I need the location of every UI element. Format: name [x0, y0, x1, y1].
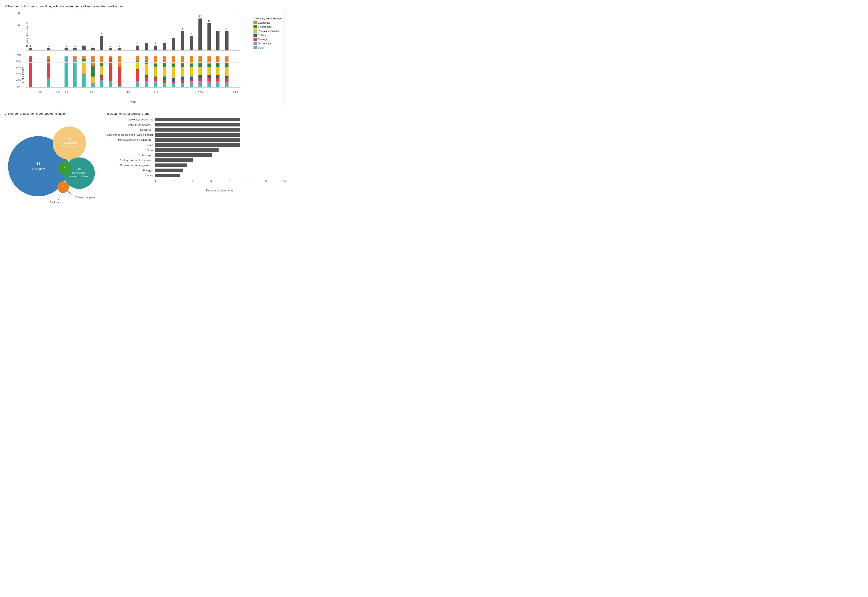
- chart-c-row-label: Geology and earth sciences j.: [106, 159, 155, 162]
- stack-segment-politics: [208, 75, 211, 78]
- x-tick-container: [106, 89, 115, 94]
- c-tick-10: 10: [246, 180, 249, 183]
- stack-segment-politics: [216, 75, 220, 78]
- legend-swatch: [254, 42, 257, 45]
- top-bar-group: 6: [97, 13, 106, 50]
- stack-segment-other: [100, 81, 103, 88]
- bar-count-label: 2: [83, 42, 85, 45]
- y-tick-15: 15: [18, 12, 20, 14]
- stacked-bar-group: [142, 56, 151, 88]
- stack-segment-environment: [181, 63, 184, 67]
- top-bar-group: 5: [169, 13, 178, 50]
- bar-count-label: 1: [74, 45, 76, 47]
- stack-segment-technology: [190, 81, 193, 84]
- top-bar: 1: [47, 48, 50, 50]
- top-bar: 5: [172, 38, 175, 50]
- x-tick-label: 1990: [54, 91, 59, 94]
- dict-label-line: [58, 192, 62, 201]
- stack-segment-other: [163, 85, 166, 88]
- chart-c-row: Report: [106, 143, 284, 147]
- top-bar-group: 2: [151, 13, 160, 50]
- legend-swatch: [254, 30, 257, 33]
- stack-segment-politics: [163, 77, 166, 80]
- top-bar-group: [35, 13, 44, 50]
- stacked-bar-group: [106, 56, 115, 88]
- bar-count-label: 5: [173, 35, 174, 37]
- chart-c-row: Book: [106, 148, 284, 152]
- legend-item: Strategic: [254, 38, 283, 41]
- stack-segment-physical: [225, 67, 229, 76]
- top-bar: 2: [82, 46, 86, 50]
- chart-c-row-label: Technology j.: [106, 154, 155, 156]
- top-bar-group: [231, 13, 240, 50]
- top-bar-group: 3: [160, 13, 169, 50]
- stack-segment-other: [73, 59, 77, 88]
- chart-c-title: c) Documents per journal (group): [106, 112, 284, 115]
- top-bar-group: 1: [62, 13, 71, 50]
- bar-count-label: 8: [217, 28, 219, 30]
- y-tick-10: 10: [18, 24, 20, 26]
- top-bar: 3: [145, 43, 148, 50]
- top-bar-group: [124, 13, 133, 50]
- legend-swatch: [254, 38, 257, 41]
- x-tick-container: [26, 89, 35, 94]
- bar-count-label: 1: [92, 45, 94, 47]
- top-bar: 2: [154, 46, 157, 50]
- chart-c-bar: [155, 153, 212, 157]
- stack-segment-strategic: [225, 78, 229, 82]
- stack-segment-strategic: [208, 78, 211, 81]
- top-bar-group: 2: [133, 13, 142, 50]
- chart-c-bar: [155, 128, 239, 132]
- top-bar: 6: [190, 36, 193, 50]
- stack-segment-physical: [136, 63, 139, 69]
- stack-segment-strategic: [109, 58, 112, 82]
- chart-c-row-label: Energy j.: [106, 169, 155, 172]
- legend-swatch: [254, 34, 257, 37]
- stack-segment-other: [91, 85, 95, 88]
- stack-segment-economics: [136, 56, 139, 61]
- stacked-bar-group: [35, 56, 44, 88]
- top-bar-group: 11: [205, 13, 214, 50]
- chart-c-bar: [155, 143, 239, 147]
- x-tick-container: [97, 89, 106, 94]
- stacked-bar-group: [80, 56, 89, 88]
- chart-c-bar: [155, 158, 193, 162]
- bubble-ind-label2: research institute: [69, 175, 89, 178]
- stacked-bar-group: [124, 56, 133, 88]
- stacked-bar-group: [231, 56, 240, 88]
- stack-segment-strategic: [29, 56, 32, 88]
- legend-label: Strategic: [258, 38, 268, 41]
- chart-c-row: Geology and earth sciences j.: [106, 158, 284, 162]
- x-tick-container: [70, 89, 79, 94]
- stack-segment-politics: [190, 77, 193, 80]
- stack-segment-physical: [100, 66, 103, 75]
- stacked-bar-group: [62, 56, 71, 88]
- legend-label: Environment: [258, 25, 272, 28]
- bubble-private-value: 2: [62, 186, 64, 189]
- chart-a-title: a) Number of documents over time, with r…: [4, 4, 284, 8]
- bar-count-label: 1: [119, 45, 120, 47]
- stack-segment-environment: [154, 64, 157, 67]
- bubble-university-value: 44: [36, 162, 40, 166]
- stack-segment-politics: [154, 77, 157, 78]
- x-tick-label: 1995: [63, 91, 68, 94]
- chart-c-x-label: Number of documents: [155, 189, 284, 192]
- bar-count-label: 11: [208, 20, 210, 23]
- stack-segment-strategic: [145, 77, 148, 81]
- stack-segment-strategic: [181, 80, 184, 83]
- chart-c-row-label: Conference proceeding or working paper: [106, 134, 155, 136]
- bar-count-label: 6: [190, 33, 192, 35]
- x-tick-label: 2020: [233, 91, 238, 94]
- stacked-bar-group: [97, 56, 106, 88]
- bar-count-label: 1: [110, 45, 111, 47]
- chart-b-panel: b) Number of documents per type of Insti…: [4, 112, 102, 206]
- x-tick-container: [43, 89, 52, 94]
- bubble-private-label: Private company: [76, 196, 95, 199]
- bubble-gov-label2: research institute: [59, 145, 79, 147]
- chart-c-row: Business and management j.: [106, 163, 284, 167]
- c-tick-4: 4: [192, 180, 193, 183]
- bubble-ind-label1: Independent: [72, 172, 86, 174]
- stack-segment-environment: [190, 64, 193, 67]
- legend-item: Economics: [254, 21, 283, 24]
- top-bar-group: 1: [71, 13, 80, 50]
